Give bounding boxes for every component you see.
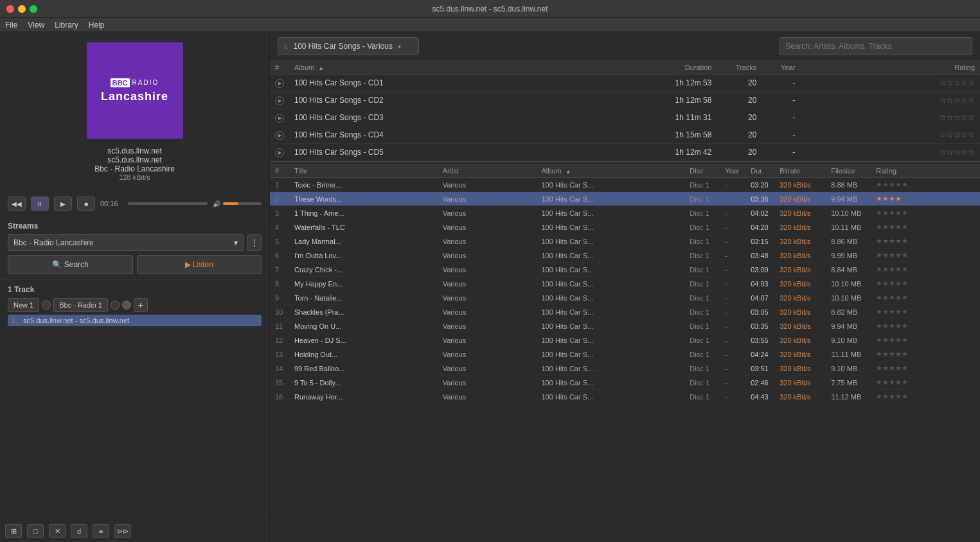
playlist-items: 1. sc5.dus.llnw.net - sc5.dus.llnw.net: [8, 315, 262, 514]
track-bitrate: 320 kBit/s: [780, 209, 831, 217]
streams-listen-button[interactable]: ▶ Listen: [137, 255, 262, 274]
playlist-tab-circle-1[interactable]: [42, 301, 51, 310]
progress-bar[interactable]: [128, 202, 208, 205]
menu-view[interactable]: View: [28, 21, 44, 30]
track-year: -: [725, 294, 751, 302]
streams-search-button[interactable]: 🔍 Search: [8, 255, 133, 274]
toolbar-btn-skip[interactable]: ⊳⊳: [114, 524, 131, 538]
track-filesize: 9.10 MB: [831, 365, 876, 372]
menu-file[interactable]: File: [5, 21, 17, 30]
album-row[interactable]: ▶ 100 Hits Car Songs - CD1 1h 12m 53 20 …: [270, 74, 980, 92]
playlist-add-button[interactable]: +: [134, 298, 148, 312]
streams-menu-button[interactable]: ⋮: [247, 234, 262, 251]
tracks-col-artist: Artist: [443, 167, 542, 175]
star-icon: ★: [876, 293, 882, 301]
album-row[interactable]: ▶ 100 Hits Car Songs - CD4 1h 15m 58 20 …: [270, 127, 980, 144]
track-row[interactable]: 14 99 Red Balloo... Various 100 Hits Car…: [270, 362, 980, 376]
playlist-tab-radio[interactable]: Bbc - Radio 1: [53, 298, 108, 312]
album-play-btn[interactable]: ▶: [275, 147, 294, 157]
stop-button[interactable]: ■: [77, 197, 95, 211]
album-row[interactable]: ▶ 100 Hits Car Songs - CD5 1h 12m 42 20 …: [270, 144, 980, 161]
star-icon: ★: [902, 378, 908, 386]
track-row[interactable]: 12 Heaven - DJ S... Various 100 Hits Car…: [270, 333, 980, 347]
close-button[interactable]: [6, 5, 14, 13]
tracks-col-title: Title: [294, 167, 443, 175]
track-title: Moving On U...: [294, 322, 443, 330]
track-title: 1 Thing - Ame...: [294, 209, 443, 217]
track-row[interactable]: 15 9 To 5 - Dolly... Various 100 Hits Ca…: [270, 376, 980, 390]
track-rating: ★★★★★: [876, 237, 975, 245]
track-bitrate: 320 kBit/s: [780, 365, 831, 372]
track-title: Holding Out...: [294, 351, 443, 358]
star-icon: ★: [902, 180, 908, 188]
album-row[interactable]: ▶ 100 Hits Car Songs - CD2 1h 12m 58 20 …: [270, 92, 980, 109]
track-duration: 03:48: [751, 252, 780, 259]
album-play-btn[interactable]: ▶: [275, 95, 294, 105]
play-button[interactable]: ▶: [54, 197, 72, 211]
playlist-tab-new[interactable]: New 1: [8, 298, 39, 312]
track-row[interactable]: 1 Toxic - Britne... Various 100 Hits Car…: [270, 178, 980, 192]
star-icon: ★: [889, 195, 895, 202]
playlist-item[interactable]: 1. sc5.dus.llnw.net - sc5.dus.llnw.net: [8, 315, 262, 326]
playlist-tab-circle-3[interactable]: [122, 301, 131, 310]
track-title: Lady Marmal...: [294, 238, 443, 245]
track-row[interactable]: 2 These Words... Various 100 Hits Car S.…: [270, 192, 980, 206]
star-icon: ★: [876, 223, 882, 231]
star-icon: ★: [889, 293, 895, 301]
album-play-btn[interactable]: ▶: [275, 112, 294, 123]
track-row[interactable]: 4 Waterfalls - TLC Various 100 Hits Car …: [270, 220, 980, 234]
album-selector[interactable]: ♫ 100 Hits Car Songs - Various ▾: [278, 37, 419, 55]
toolbar-btn-2[interactable]: □: [27, 524, 44, 538]
toolbar-btn-list[interactable]: ≡: [93, 524, 109, 538]
album-play-btn[interactable]: ▶: [275, 130, 294, 140]
track-row[interactable]: 11 Moving On U... Various 100 Hits Car S…: [270, 319, 980, 333]
star-icon: ★: [895, 364, 902, 372]
maximize-button[interactable]: [30, 5, 37, 13]
track-row[interactable]: 16 Runaway Hor... Various 100 Hits Car S…: [270, 390, 980, 404]
album-tracks: 20: [711, 130, 756, 139]
volume-bar[interactable]: [223, 202, 262, 205]
tracks-col-rating: Rating: [876, 167, 975, 175]
station-desc: Bbc - Radio Lancashire: [94, 164, 175, 173]
toolbar-btn-scrobble[interactable]: d: [71, 524, 87, 538]
streams-dropdown[interactable]: Bbc - Radio Lancashire ▾: [8, 234, 244, 251]
track-album: 100 Hits Car S...: [542, 379, 690, 387]
pause-button[interactable]: ⏸: [31, 197, 49, 211]
streams-row: Bbc - Radio Lancashire ▾ ⋮: [8, 234, 262, 251]
track-row[interactable]: 10 Shackles (Pra... Various 100 Hits Car…: [270, 305, 980, 319]
col-header-album: Album ▲: [294, 64, 654, 71]
track-row[interactable]: 3 1 Thing - Ame... Various 100 Hits Car …: [270, 206, 980, 220]
track-num: 3: [275, 209, 294, 217]
track-rating: ★★★★★: [876, 364, 975, 372]
star-icon: ★: [895, 293, 902, 301]
bbc-box: BBC: [111, 78, 130, 87]
menu-help[interactable]: Help: [89, 21, 105, 30]
col-header-tracks: Tracks: [711, 64, 756, 71]
col-header-year: Year: [756, 64, 795, 71]
track-artist: Various: [443, 322, 542, 330]
album-search-input[interactable]: [780, 37, 972, 55]
star-icon: ★: [902, 195, 908, 202]
star-icon: ★: [902, 392, 908, 400]
track-artist: Various: [443, 238, 542, 245]
playlist-tab-circle-2[interactable]: [111, 301, 120, 310]
track-row[interactable]: 13 Holding Out... Various 100 Hits Car S…: [270, 347, 980, 362]
toolbar-btn-1[interactable]: ⊞: [5, 524, 22, 538]
track-row[interactable]: 6 I'm Outta Lov... Various 100 Hits Car …: [270, 249, 980, 263]
toolbar-btn-shuffle[interactable]: ✕: [49, 524, 66, 538]
star-icon: ★: [895, 251, 902, 259]
album-play-btn[interactable]: ▶: [275, 78, 294, 88]
playlist-tabs-row: New 1 Bbc - Radio 1 +: [8, 298, 262, 312]
track-rating: ★★★★★: [876, 378, 975, 387]
track-duration: 03:20: [751, 181, 780, 189]
track-rating: ★★★★★: [876, 336, 975, 344]
prev-button[interactable]: ◀◀: [8, 197, 26, 211]
album-row[interactable]: ▶ 100 Hits Car Songs - CD3 1h 11m 31 20 …: [270, 109, 980, 127]
track-row[interactable]: 9 Torn - Natalie... Various 100 Hits Car…: [270, 291, 980, 305]
minimize-button[interactable]: [18, 5, 26, 13]
track-artist: Various: [443, 337, 542, 344]
track-row[interactable]: 8 My Happy En... Various 100 Hits Car S.…: [270, 277, 980, 291]
menu-library[interactable]: Library: [55, 21, 78, 30]
track-row[interactable]: 5 Lady Marmal... Various 100 Hits Car S.…: [270, 234, 980, 249]
track-row[interactable]: 7 Crazy Chick -... Various 100 Hits Car …: [270, 263, 980, 277]
